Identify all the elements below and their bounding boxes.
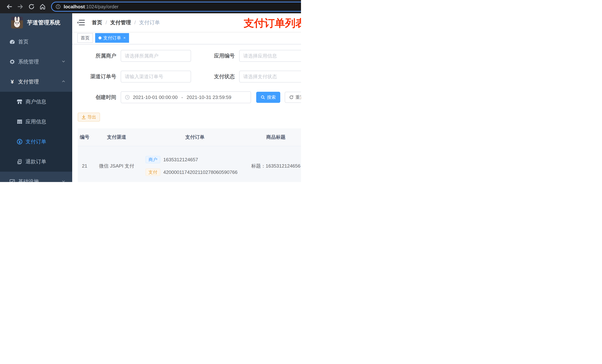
filter-row-1: 所属商户 应用编号 渠道编码 商户订单编号 (78, 50, 301, 62)
forward-icon[interactable] (15, 1, 26, 12)
app-logo[interactable]: 芋道管理系统 (0, 13, 72, 32)
gear-icon (9, 59, 15, 65)
sidebar-item-refund-order[interactable]: 退款订单 (0, 152, 72, 172)
orders-table: 编号 支付渠道 支付订单 商品标题 支付金额 手续金额 退款金额 支付状态 回调… (78, 128, 301, 182)
yen-icon: ¥ (9, 79, 15, 85)
sidebar-item-system[interactable]: 系统管理 (0, 52, 72, 72)
create-time-label: 创建时间 (78, 94, 121, 101)
pay-status-label: 支付状态 (191, 73, 239, 80)
title-cell: 标题：1635312124656 (244, 146, 301, 182)
breadcrumb-payment[interactable]: 支付管理 (110, 19, 131, 26)
breadcrumb: 首页 / 支付管理 / 支付订单 (92, 19, 160, 26)
back-icon[interactable] (4, 1, 15, 12)
col-title: 商品标题 (244, 128, 301, 146)
sidebar-item-label: 系统管理 (18, 58, 39, 65)
sidebar-item-home[interactable]: 首页 (0, 32, 72, 52)
date-end[interactable]: 2021-10-31 23:59:59 (187, 94, 231, 100)
home-icon[interactable] (37, 1, 48, 12)
app-title: 芋道管理系统 (27, 19, 60, 26)
app-select[interactable] (239, 50, 301, 62)
sidebar-item-infrastructure[interactable]: 基础设施 (0, 172, 72, 182)
app-input[interactable] (243, 53, 301, 59)
channel-order-no-input[interactable] (125, 74, 187, 80)
sidebar-collapse-icon[interactable] (77, 19, 85, 26)
payment-submenu: 商户信息 应用信息 支付订单 (0, 92, 72, 172)
reset-button[interactable]: 重置 (285, 92, 301, 103)
merchant-select[interactable] (121, 50, 191, 62)
yen-circle-icon (17, 139, 22, 145)
tab-pay-order[interactable]: 支付订单 × (95, 33, 129, 43)
shop-icon (17, 99, 22, 105)
export-button[interactable]: 导出 (78, 113, 100, 122)
table-toolbar: 导出 (78, 112, 301, 122)
col-order: 支付订单 (142, 128, 244, 146)
merchant-label: 所属商户 (78, 52, 121, 59)
sidebar: 芋道管理系统 首页 系统管理 ¥ 支付管理 (0, 13, 72, 182)
monitor-icon (9, 179, 15, 182)
sidebar-item-label: 商户信息 (26, 98, 46, 105)
url-host: localhost (64, 4, 85, 10)
breadcrumb-current: 支付订单 (139, 19, 160, 26)
clock-icon (125, 95, 130, 100)
page-content: 所属商户 应用编号 渠道编码 商户订单编号 (72, 44, 301, 182)
url-path: :1024/pay/order (85, 4, 118, 10)
tags-view-bar: 首页 支付订单 × (72, 32, 301, 44)
channel-order-no-label: 渠道订单号 (78, 73, 121, 80)
col-channel: 支付渠道 (91, 128, 142, 146)
dashboard-icon (9, 39, 15, 45)
sidebar-item-app-info[interactable]: 应用信息 (0, 112, 72, 132)
grid-icon (17, 119, 22, 125)
sidebar-item-label: 首页 (18, 38, 29, 45)
tab-home[interactable]: 首页 (77, 33, 93, 43)
create-time-range-picker[interactable]: 2021-10-01 00:00:00 - 2021-10-31 23:59:5… (121, 91, 251, 103)
site-info-icon[interactable] (55, 4, 61, 9)
breadcrumb-home[interactable]: 首页 (92, 19, 102, 26)
pay-status-select[interactable] (239, 71, 301, 83)
merchant-tag: 商户 (146, 156, 160, 163)
merchant-input[interactable] (125, 53, 187, 59)
date-start[interactable]: 2021-10-01 00:00:00 (133, 94, 178, 100)
chevron-down-icon (62, 59, 65, 65)
sidebar-item-payment[interactable]: ¥ 支付管理 (0, 72, 72, 92)
pay-status-input[interactable] (243, 74, 301, 80)
sidebar-item-label: 支付管理 (18, 78, 39, 85)
sidebar-item-merchant-info[interactable]: 商户信息 (0, 92, 72, 112)
col-id: 编号 (78, 128, 91, 146)
filter-row-3: 创建时间 2021-10-01 00:00:00 - 2021-10-31 23… (78, 91, 301, 103)
pay-tag: 支付 (146, 168, 160, 176)
order-cell: 商户1635312124657 支付4200001174202110278060… (142, 146, 244, 182)
address-bar[interactable]: localhost:1024/pay/order (51, 2, 301, 12)
app-label: 应用编号 (191, 52, 239, 59)
browser-toolbar: localhost:1024/pay/order 10 ⌘ y 更新 ⋮ (0, 0, 301, 13)
date-separator: - (181, 94, 183, 100)
logo-image (11, 17, 23, 29)
search-button[interactable]: 搜索 (256, 92, 280, 103)
chevron-up-icon (62, 79, 65, 85)
table-header-row: 编号 支付渠道 支付订单 商品标题 支付金额 手续金额 退款金额 支付状态 回调… (78, 128, 301, 146)
channel-cell: 微信 JSAPI 支付 (91, 146, 142, 182)
sidebar-item-label: 退款订单 (26, 158, 46, 165)
sidebar-item-label: 应用信息 (26, 118, 46, 125)
reload-icon[interactable] (26, 1, 37, 12)
page-title-annotation: 支付订单列表 (244, 16, 301, 30)
document-icon (17, 159, 22, 165)
channel-order-no-field[interactable] (121, 71, 191, 83)
close-icon[interactable]: × (123, 35, 126, 40)
sidebar-item-label: 基础设施 (18, 178, 39, 182)
active-dot (98, 36, 101, 39)
sidebar-item-label: 支付订单 (26, 138, 46, 145)
chevron-down-icon (62, 179, 65, 182)
sidebar-item-pay-order[interactable]: 支付订单 (0, 132, 72, 152)
table-row: 21 微信 JSAPI 支付 商户1635312124657 支付4200001… (78, 146, 301, 182)
filter-row-2: 渠道订单号 支付状态 退款状态 回调商户状态 (78, 71, 301, 83)
